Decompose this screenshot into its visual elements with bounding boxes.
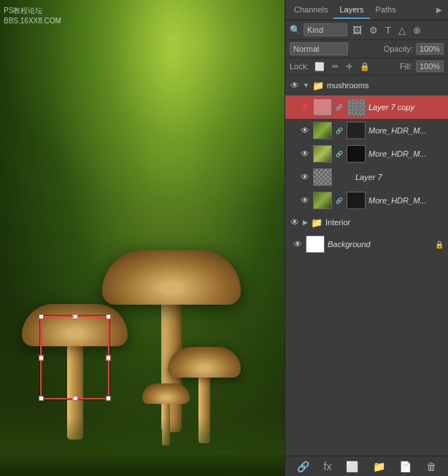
mask-hdm2 [347, 145, 366, 163]
tab-layers[interactable]: Layers [333, 1, 369, 19]
delete-layer-btn[interactable]: 🗑 [423, 459, 439, 474]
eye-layer7[interactable]: 👁 [300, 172, 310, 182]
lock-all-btn[interactable]: 🔒 [358, 61, 372, 72]
ground-overlay [0, 418, 285, 476]
group-row-mushrooms[interactable]: 👁 ▼ 📁 mushrooms [285, 75, 448, 95]
layer-name-hdm1: More_HDR_M... [368, 126, 444, 135]
thumb-background [306, 235, 325, 253]
eye-hdm1[interactable]: 👁 [300, 125, 310, 136]
watermark-line2: BBS.16XX8.COM [4, 16, 61, 26]
layers-list[interactable]: 👁 ▼ 📁 mushrooms 👁 🔗 Layer 7 copy 👁 🔗 Mor… [285, 75, 448, 456]
opacity-input[interactable] [416, 43, 444, 55]
eye-interior[interactable]: 👁 [290, 217, 300, 227]
eye-layer7copy[interactable]: 👁 [300, 102, 310, 112]
thumb-layer7copy [313, 98, 332, 116]
handle-bm[interactable] [72, 396, 77, 401]
layer-row-layer7copy[interactable]: 👁 🔗 Layer 7 copy [285, 95, 448, 119]
panel-menu-arrow[interactable]: ▶ [433, 4, 445, 15]
eye-background[interactable]: 👁 [293, 239, 303, 249]
handle-tm[interactable] [72, 314, 77, 319]
smart-filter-icon[interactable]: ⊕ [411, 24, 423, 36]
lock-icons: ⬜ ✏ ✛ 🔒 [312, 61, 372, 72]
tab-paths[interactable]: Paths [370, 1, 402, 19]
canvas-image [0, 0, 285, 476]
chain-hdm2: 🔗 [335, 151, 344, 157]
canvas-area: PS教程论坛 BBS.16XX8.COM [0, 0, 285, 476]
text-filter-icon[interactable]: T [383, 24, 393, 36]
kind-row: 🔍 Kind 🖼 ⚙ T △ ⊕ [285, 20, 448, 40]
panels-area: Channels Layers Paths ▶ 🔍 Kind 🖼 ⚙ T △ ⊕… [285, 0, 448, 476]
add-style-btn[interactable]: fx [321, 459, 335, 474]
lock-label: Lock: [290, 62, 309, 71]
layer-row-background[interactable]: 👁 Background 🔒 [285, 233, 448, 256]
thumb-hdm1 [313, 122, 332, 139]
layer-name-layer7copy: Layer 7 copy [368, 103, 444, 112]
lock-transparent-btn[interactable]: ⬜ [312, 61, 327, 72]
handle-tl[interactable] [39, 314, 44, 319]
new-group-btn[interactable]: 📁 [370, 459, 388, 474]
handle-br[interactable] [106, 396, 111, 401]
link-layers-btn[interactable]: 🔗 [294, 459, 312, 474]
selection-box[interactable] [40, 316, 109, 399]
handle-ml[interactable] [39, 355, 44, 360]
thumb-hdm3 [313, 192, 332, 209]
layer-name-hdm2: More_HDR_M... [368, 149, 444, 158]
layer-name-hdm3: More_HDR_M... [368, 196, 444, 205]
layer-name-background: Background [328, 240, 432, 249]
lock-background-icon: 🔒 [435, 241, 444, 249]
lock-row: Lock: ⬜ ✏ ✛ 🔒 Fill: [285, 58, 448, 75]
new-layer-btn[interactable]: 📄 [396, 459, 414, 474]
mask-hdm1 [347, 122, 366, 139]
watermark-line1: PS教程论坛 [4, 6, 61, 16]
handle-bl[interactable] [39, 396, 44, 401]
chain-layer7copy: 🔗 [335, 104, 344, 111]
layer-row-layer7[interactable]: 👁 Layer 7 [285, 165, 448, 189]
eye-hdm2[interactable]: 👁 [300, 149, 310, 159]
blend-mode-select[interactable]: Normal Multiply Screen Overlay [290, 42, 348, 55]
search-icon: 🔍 [290, 25, 301, 35]
tab-channels[interactable]: Channels [288, 1, 333, 19]
eye-mushrooms[interactable]: 👁 [290, 80, 300, 90]
lock-image-btn[interactable]: ✏ [330, 61, 341, 72]
adjustment-filter-icon[interactable]: ⚙ [367, 24, 380, 36]
eye-hdm3[interactable]: 👁 [300, 195, 310, 206]
mask-layer7copy [347, 98, 366, 116]
scene-overlay-top [0, 0, 285, 214]
chevron-interior[interactable]: ▶ [303, 219, 308, 226]
fill-label: Fill: [400, 62, 412, 71]
chain-hdm3: 🔗 [335, 198, 344, 204]
image-filter-icon[interactable]: 🖼 [350, 24, 364, 36]
kind-select[interactable]: Kind [304, 23, 347, 36]
opacity-label: Opacity: [384, 44, 413, 53]
fill-input[interactable] [416, 61, 444, 72]
handle-tr[interactable] [106, 314, 111, 319]
tabs-row: Channels Layers Paths ▶ [285, 0, 448, 20]
chevron-mushrooms[interactable]: ▼ [303, 82, 309, 89]
folder-interior: 📁 [311, 217, 323, 228]
add-mask-btn[interactable]: ⬜ [343, 459, 361, 474]
lock-position-btn[interactable]: ✛ [344, 61, 355, 72]
layer-name-layer7: Layer 7 [335, 173, 444, 182]
layer-row-hdm2[interactable]: 👁 🔗 More_HDR_M... [285, 142, 448, 165]
mask-hdm3 [347, 192, 366, 209]
group-name-mushrooms: mushrooms [327, 81, 444, 90]
group-name-interior: Interior [325, 218, 444, 227]
layer-row-hdm3[interactable]: 👁 🔗 More_HDR_M... [285, 189, 448, 212]
thumb-hdm2 [313, 145, 332, 163]
group-row-interior[interactable]: 👁 ▶ 📁 Interior [285, 212, 448, 233]
blend-row: Normal Multiply Screen Overlay Opacity: [285, 40, 448, 58]
thumb-layer7 [313, 168, 332, 186]
watermark: PS教程论坛 BBS.16XX8.COM [4, 6, 61, 26]
layer-row-hdm1[interactable]: 👁 🔗 More_HDR_M... [285, 119, 448, 142]
shape-filter-icon[interactable]: △ [396, 24, 408, 36]
bottom-bar: 🔗 fx ⬜ 📁 📄 🗑 [285, 456, 448, 476]
chain-hdm1: 🔗 [335, 128, 344, 134]
folder-mushrooms: 📁 [312, 80, 324, 91]
handle-mr[interactable] [106, 355, 111, 360]
